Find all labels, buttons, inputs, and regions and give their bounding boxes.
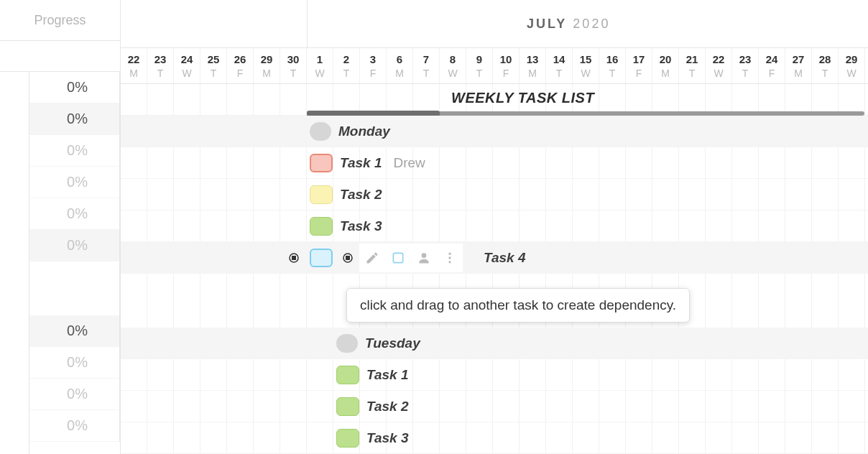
date-column[interactable]: 15W — [573, 48, 599, 83]
day-row-monday[interactable]: Monday — [121, 116, 868, 147]
date-column[interactable]: 8W — [440, 48, 466, 83]
task-chip[interactable] — [310, 185, 333, 204]
timeline-rows: WEEKLY TASK LIST Monday Task 1 — [121, 84, 868, 454]
sidebar-header: Progress — [0, 0, 120, 41]
date-column[interactable]: 29W — [839, 48, 865, 83]
date-column[interactable]: 24W — [174, 48, 200, 83]
task-row[interactable]: Task 1 — [121, 359, 868, 391]
day-label: Tuesday — [365, 335, 420, 351]
date-number: 7 — [423, 53, 429, 65]
date-column[interactable]: 9T — [466, 48, 493, 83]
sidebar-date-spacer — [0, 41, 120, 71]
progress-cell: 0% — [29, 167, 120, 198]
assign-button[interactable] — [411, 245, 437, 271]
date-column[interactable]: 28T — [812, 48, 839, 83]
date-column[interactable]: 17F — [626, 48, 652, 83]
date-dow: W — [448, 68, 457, 79]
task-chip[interactable] — [336, 366, 359, 384]
date-column[interactable]: 10F — [493, 48, 520, 83]
progress-cell: 0% — [29, 347, 120, 379]
date-column[interactable]: 14T — [546, 48, 573, 83]
task-chip[interactable] — [336, 397, 359, 416]
day-label: Monday — [338, 124, 390, 139]
day-chip-tuesday[interactable] — [336, 334, 358, 353]
date-column[interactable]: 29M — [254, 48, 280, 83]
date-number: 8 — [450, 53, 456, 65]
date-dow: T — [423, 68, 430, 79]
svg-point-8 — [448, 261, 451, 263]
date-column[interactable]: 21T — [679, 48, 706, 83]
pencil-icon — [365, 251, 379, 265]
task-row[interactable]: Task 3 — [121, 422, 868, 454]
dependency-tooltip: click and drag to another task to create… — [346, 288, 690, 323]
date-dow: T — [689, 68, 696, 79]
progress-value: 0% — [67, 354, 88, 371]
task-row[interactable]: Task 2 — [121, 179, 868, 210]
date-column[interactable]: 22W — [706, 48, 732, 83]
date-number: 22 — [128, 53, 140, 65]
dependency-handle-left[interactable] — [287, 251, 300, 264]
progress-value: 0% — [67, 142, 88, 159]
date-dow: M — [262, 68, 271, 79]
task-chip-selected[interactable] — [310, 249, 333, 267]
date-number: 26 — [234, 53, 246, 65]
task-chip[interactable] — [310, 217, 333, 236]
edit-button[interactable] — [359, 245, 385, 271]
task-row[interactable]: Task 3 — [121, 210, 868, 242]
task-label: Task 3 — [340, 218, 382, 234]
date-number: 10 — [500, 53, 512, 65]
date-column[interactable]: 23T — [732, 48, 759, 83]
date-number: 21 — [686, 53, 698, 65]
timeline-grid[interactable]: WEEKLY TASK LIST Monday Task 1 — [121, 84, 868, 454]
date-column[interactable]: 22M — [121, 48, 147, 83]
task-chip[interactable] — [310, 154, 333, 172]
date-column[interactable]: 26F — [227, 48, 254, 83]
progress-value: 0% — [67, 323, 88, 339]
date-column[interactable]: 7T — [413, 48, 440, 83]
complete-button[interactable] — [385, 245, 411, 271]
progress-cell: 0% — [29, 315, 120, 347]
date-dow: T — [609, 68, 616, 79]
progress-value: 0% — [67, 205, 88, 222]
date-dow: M — [395, 68, 404, 79]
date-header: 22M23T24W25T26F29M30T1W2T3F6M7T8W9T10F13… — [121, 48, 868, 84]
date-column[interactable]: 2T — [333, 48, 360, 83]
date-dow: T — [556, 68, 563, 79]
task-label: Task 1 — [340, 155, 382, 171]
date-dow: T — [157, 68, 164, 79]
dependency-handle-right[interactable] — [341, 251, 354, 264]
progress-cell: 0% — [29, 103, 120, 135]
date-column[interactable]: 16T — [599, 48, 626, 83]
day-row-tuesday[interactable]: Tuesday — [121, 328, 868, 359]
day-chip-monday[interactable] — [310, 122, 331, 141]
date-dow: T — [211, 68, 217, 79]
date-column[interactable]: 30T — [280, 48, 307, 83]
date-dow: F — [237, 68, 244, 79]
date-column[interactable]: 1W — [307, 48, 333, 83]
date-column[interactable]: 13M — [520, 48, 546, 83]
date-number: 29 — [846, 53, 858, 65]
task-row[interactable]: Task 2 — [121, 391, 868, 422]
task-assignee: Drew — [393, 155, 425, 171]
date-column[interactable]: 27M — [785, 48, 812, 83]
date-column[interactable]: 24F — [759, 48, 785, 83]
person-icon — [417, 251, 431, 265]
date-number: 24 — [181, 53, 193, 65]
month-divider — [307, 0, 308, 47]
date-column[interactable]: 6M — [387, 48, 413, 83]
date-column[interactable]: 3F — [360, 48, 387, 83]
progress-value: 0% — [67, 79, 88, 96]
date-number: 23 — [154, 53, 167, 65]
date-dow: T — [742, 68, 749, 79]
sidebar: Progress 0%0%0%0%0%0%0%0%0%0% — [0, 0, 121, 454]
date-column[interactable]: 20M — [652, 48, 679, 83]
progress-cell: 0% — [29, 72, 120, 103]
task-chip[interactable] — [336, 429, 359, 448]
checkbox-icon — [391, 251, 405, 265]
more-button[interactable] — [437, 245, 463, 271]
date-column[interactable]: 23T — [147, 48, 174, 83]
date-column[interactable]: 25T — [200, 48, 227, 83]
task-row[interactable]: Task 1 Drew — [121, 147, 868, 179]
task-row-selected[interactable]: Task 4 — [121, 242, 868, 274]
date-number: 1 — [317, 53, 323, 65]
